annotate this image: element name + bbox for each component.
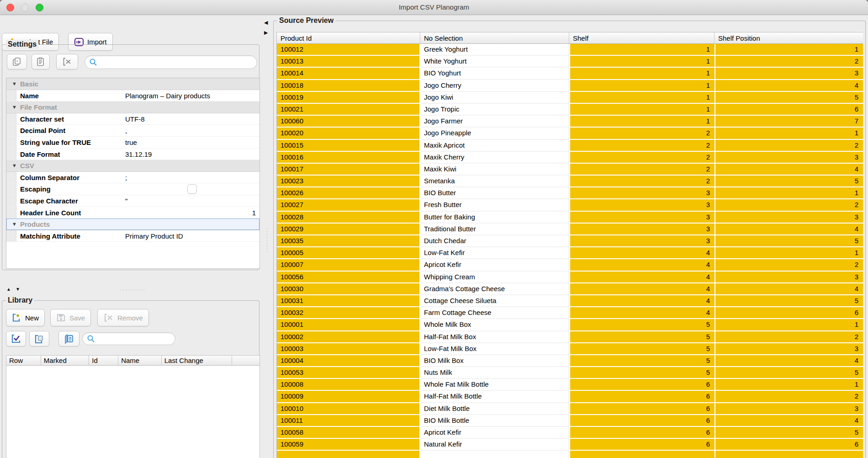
- table-row[interactable]: 100002Half-Fat Milk Box52: [277, 331, 863, 343]
- table-row[interactable]: 100056Whipping Cream43: [277, 272, 863, 283]
- source-column-header[interactable]: Product Id: [277, 32, 420, 43]
- table-row[interactable]: 100011BIO Milk Bottle64: [277, 415, 863, 427]
- collapse-triangle-icon[interactable]: ▼: [12, 78, 17, 90]
- settings-property-row[interactable]: String value for TRUEtrue: [6, 137, 259, 149]
- settings-property-row[interactable]: Header Line Count1: [6, 207, 259, 219]
- table-row[interactable]: 100013White Yoghurt12: [277, 56, 863, 68]
- library-new-button[interactable]: New: [6, 309, 45, 326]
- table-row[interactable]: 100005Low-Fat Kefir41: [277, 247, 863, 259]
- table-row[interactable]: 100018Jogo Cherry14: [277, 80, 863, 92]
- vertical-splitter-handle[interactable]: ·········: [265, 228, 269, 254]
- property-value[interactable]: ;: [125, 172, 256, 184]
- table-row[interactable]: 100008Whole Fat Milk Bottle61: [277, 379, 863, 391]
- table-row[interactable]: [277, 451, 863, 458]
- property-label: Name: [20, 90, 39, 102]
- settings-property-row[interactable]: Matching AttributePrimary Product ID: [6, 230, 259, 242]
- panel-collapse-left-icon[interactable]: ◀: [264, 20, 268, 25]
- table-row[interactable]: 100014BIO Yoghurt13: [277, 68, 863, 80]
- collapse-triangle-icon[interactable]: ▼: [12, 218, 17, 230]
- copy-settings-icon: [12, 57, 22, 67]
- library-search[interactable]: [82, 332, 175, 345]
- table-cell: 100053: [277, 367, 420, 379]
- splitter-collapse-down-icon[interactable]: ▼: [16, 287, 20, 292]
- property-value[interactable]: 1: [125, 207, 256, 219]
- clear-settings-button[interactable]: [56, 54, 78, 69]
- escaping-checkbox[interactable]: [187, 184, 197, 194]
- source-column-header[interactable]: No Selection: [420, 32, 569, 43]
- settings-search-input[interactable]: [98, 59, 257, 66]
- library-save-button[interactable]: Save: [50, 309, 91, 326]
- table-row[interactable]: 100009Half-Fat Milk Bottle62: [277, 391, 863, 403]
- table-row[interactable]: 100029Traditional Butter34: [277, 224, 863, 235]
- library-column-header[interactable]: Row: [6, 356, 41, 365]
- library-column-header[interactable]: Marked: [41, 356, 90, 365]
- property-value[interactable]: Planogram – Dairy products: [125, 90, 256, 102]
- property-value[interactable]: 31.12.19: [125, 149, 256, 160]
- library-search-input[interactable]: [95, 335, 184, 342]
- table-row[interactable]: 100003Low-Fat Milk Box53: [277, 343, 863, 355]
- table-row[interactable]: 100060Jogo Farmer17: [277, 116, 863, 128]
- table-row[interactable]: 100035Dutch Chedar35: [277, 235, 863, 247]
- settings-property-row[interactable]: Column Separator;: [6, 172, 259, 184]
- settings-group-row[interactable]: ▼CSV: [6, 160, 259, 172]
- settings-group-label: Settings: [6, 40, 38, 49]
- table-row[interactable]: 100016Maxik Cherry23: [277, 152, 863, 164]
- settings-search[interactable]: [85, 55, 257, 69]
- property-value[interactable]: ": [125, 195, 256, 207]
- table-row[interactable]: 100020Jogo Pineapple21: [277, 128, 863, 139]
- horizontal-splitter-handle[interactable]: ·········: [120, 288, 146, 292]
- library-column-header[interactable]: Name: [118, 356, 162, 365]
- table-row[interactable]: 100010Diet Milk Bottle63: [277, 403, 863, 415]
- library-duplicate-button[interactable]: [29, 331, 49, 346]
- settings-group-row[interactable]: ▼Basic: [6, 78, 259, 90]
- table-row[interactable]: 100023Smetanka25: [277, 176, 863, 187]
- settings-property-row[interactable]: NamePlanogram – Dairy products: [6, 90, 259, 102]
- settings-property-row[interactable]: Decimal Point,: [6, 125, 259, 137]
- paste-settings-button[interactable]: [32, 54, 50, 69]
- table-row[interactable]: 100015Maxik Apricot22: [277, 140, 863, 152]
- collapse-triangle-icon[interactable]: ▼: [12, 101, 17, 113]
- library-mark-button[interactable]: [6, 331, 26, 346]
- settings-group-row[interactable]: ▼File Format: [6, 101, 259, 113]
- source-column-header[interactable]: Shelf: [569, 32, 715, 43]
- table-row[interactable]: 100004BIO Milk Box54: [277, 355, 863, 367]
- property-label: Header Line Count: [20, 207, 81, 219]
- collapse-triangle-icon[interactable]: ▼: [12, 160, 17, 172]
- settings-property-row[interactable]: Escape Character": [6, 195, 259, 207]
- table-row[interactable]: 100031Cottage Cheese Silueta45: [277, 295, 863, 307]
- settings-property-row[interactable]: Date Format31.12.19: [6, 149, 259, 160]
- table-row[interactable]: 100058Apricot Kefir65: [277, 427, 863, 439]
- table-row[interactable]: 100030Gradma's Cottage Cheese44: [277, 283, 863, 295]
- table-cell: 3: [569, 235, 715, 247]
- table-row[interactable]: 100026BIO Butter31: [277, 187, 863, 199]
- table-row[interactable]: 100059Natural Kefir66: [277, 439, 863, 451]
- library-open-button[interactable]: [58, 331, 79, 346]
- titlebar[interactable]: Import CSV Planogram: [0, 0, 868, 15]
- property-value[interactable]: ,: [125, 125, 256, 137]
- table-row[interactable]: 100028Butter for Baking33: [277, 212, 863, 224]
- table-row[interactable]: 100012Greek Yoghurt11: [277, 44, 863, 56]
- settings-group-row[interactable]: ▼Products: [6, 218, 259, 230]
- table-row[interactable]: 100032Farm Cottage Cheese46: [277, 307, 863, 319]
- table-cell: 1: [569, 80, 715, 92]
- table-row[interactable]: 100027Fresh Butter32: [277, 199, 863, 211]
- copy-settings-button[interactable]: [7, 54, 27, 69]
- table-row[interactable]: 100017Maxik Kiwi24: [277, 164, 863, 176]
- table-row[interactable]: 100021Jogo Tropic16: [277, 104, 863, 116]
- panel-collapse-right-icon[interactable]: ▶: [264, 30, 268, 35]
- table-row[interactable]: 100019Jogo Kiwi15: [277, 92, 863, 104]
- table-row[interactable]: 100053Nuts Milk55: [277, 367, 863, 379]
- table-row[interactable]: 100007Apricot Kefir42: [277, 259, 863, 271]
- property-value[interactable]: UTF-8: [125, 113, 256, 125]
- library-remove-button[interactable]: Remove: [97, 309, 149, 326]
- property-value[interactable]: true: [125, 137, 256, 149]
- table-cell: Natural Kefir: [420, 439, 569, 451]
- property-value[interactable]: Primary Product ID: [125, 230, 256, 242]
- source-column-header[interactable]: Shelf Position: [715, 32, 863, 43]
- library-column-header[interactable]: Last Change: [162, 356, 232, 365]
- settings-property-row[interactable]: Character setUTF-8: [6, 113, 259, 125]
- library-column-header[interactable]: Id: [89, 356, 118, 365]
- table-row[interactable]: 100001Whole Milk Box51: [277, 319, 863, 331]
- settings-property-row[interactable]: Escaping: [6, 183, 259, 195]
- splitter-collapse-up-icon[interactable]: ▲: [6, 287, 11, 292]
